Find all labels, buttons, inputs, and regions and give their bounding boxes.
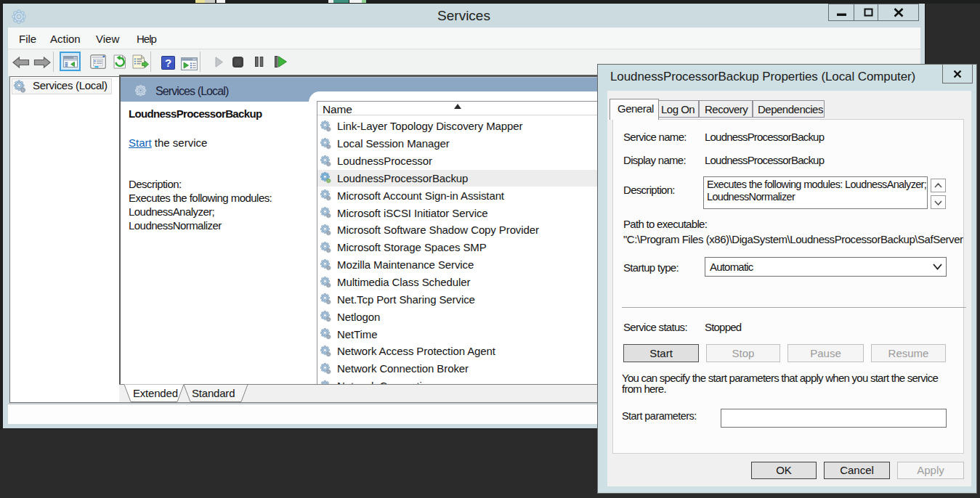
svg-text:Standard: Standard [192,387,235,399]
svg-text:?: ? [165,57,171,69]
svg-text:Extended: Extended [133,387,178,399]
